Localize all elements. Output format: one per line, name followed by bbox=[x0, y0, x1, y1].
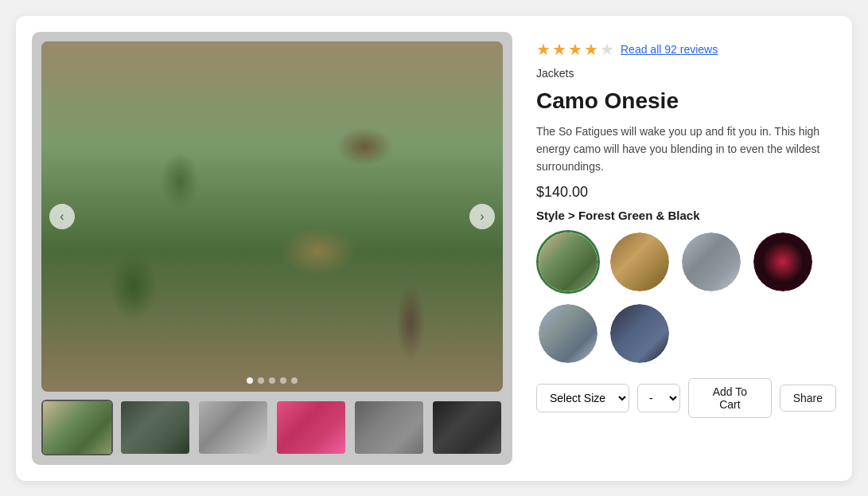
quantity-select[interactable]: - 1 2 3 4 5 bbox=[637, 384, 680, 412]
style-swatch-3 bbox=[682, 232, 741, 291]
dot-3[interactable] bbox=[269, 377, 275, 384]
thumb-img-2 bbox=[121, 401, 189, 454]
add-to-cart-button[interactable]: Add To Cart bbox=[688, 378, 771, 418]
style-swatch-4 bbox=[753, 232, 812, 291]
dot-2[interactable] bbox=[258, 377, 264, 384]
thumb-img-4 bbox=[277, 401, 345, 454]
product-category: Jackets bbox=[536, 67, 836, 80]
product-image bbox=[41, 41, 503, 392]
thumb-img-5 bbox=[355, 401, 423, 454]
style-swatch-1 bbox=[539, 232, 597, 291]
product-description: The So Fatigues will wake you up and fit… bbox=[536, 123, 836, 176]
product-price: $140.00 bbox=[536, 184, 836, 201]
star-3: ★ bbox=[568, 40, 582, 59]
share-button[interactable]: Share bbox=[780, 385, 836, 412]
size-select[interactable]: Select Size XS S M L XL XXL bbox=[536, 384, 629, 412]
thumbnail-2[interactable] bbox=[119, 400, 191, 455]
product-title: Camo Onesie bbox=[536, 88, 836, 115]
thumbnail-1[interactable] bbox=[41, 400, 113, 455]
style-options bbox=[536, 230, 836, 365]
gallery-section: ‹ › bbox=[32, 32, 512, 465]
main-image: ‹ › bbox=[41, 41, 503, 392]
star-2: ★ bbox=[552, 40, 566, 59]
thumbnail-5[interactable] bbox=[353, 400, 425, 455]
thumb-img-1 bbox=[43, 401, 111, 454]
style-option-3[interactable] bbox=[679, 230, 743, 294]
style-swatch-6 bbox=[610, 304, 669, 363]
dot-1[interactable] bbox=[247, 377, 253, 384]
star-1: ★ bbox=[536, 40, 551, 59]
thumbnail-6[interactable] bbox=[431, 400, 503, 455]
next-image-button[interactable]: › bbox=[469, 204, 495, 229]
star-4: ★ bbox=[584, 40, 598, 59]
review-link[interactable]: Read all 92 reviews bbox=[621, 43, 718, 56]
style-option-4[interactable] bbox=[751, 230, 815, 294]
image-dots bbox=[247, 377, 298, 384]
actions-row: Select Size XS S M L XL XXL - 1 2 3 4 5 … bbox=[536, 378, 836, 418]
dot-4[interactable] bbox=[280, 377, 286, 384]
prev-image-button[interactable]: ‹ bbox=[49, 204, 75, 229]
product-info-section: ★ ★ ★ ★ ★ Read all 92 reviews Jackets Ca… bbox=[536, 32, 836, 465]
thumbnail-3[interactable] bbox=[197, 400, 269, 455]
rating-row: ★ ★ ★ ★ ★ Read all 92 reviews bbox=[536, 40, 836, 59]
style-label: Style > Forest Green & Black bbox=[536, 209, 836, 222]
style-option-2[interactable] bbox=[608, 230, 671, 294]
thumb-img-3 bbox=[199, 401, 267, 454]
style-swatch-5 bbox=[539, 304, 597, 363]
dot-5[interactable] bbox=[291, 377, 298, 384]
style-option-6[interactable] bbox=[608, 302, 671, 365]
thumbnail-4[interactable] bbox=[275, 400, 347, 455]
thumbnail-strip bbox=[41, 400, 503, 455]
style-option-5[interactable] bbox=[536, 302, 600, 365]
style-swatch-2 bbox=[610, 232, 669, 291]
thumb-img-6 bbox=[433, 401, 501, 454]
star-rating: ★ ★ ★ ★ ★ bbox=[536, 40, 614, 59]
product-card: ‹ › bbox=[16, 16, 852, 481]
style-option-1[interactable] bbox=[536, 230, 600, 294]
star-5: ★ bbox=[600, 40, 614, 59]
